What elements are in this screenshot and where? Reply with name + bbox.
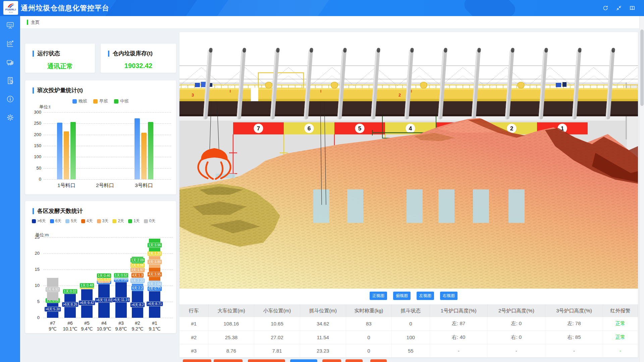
stock-value: 19032.42 bbox=[101, 62, 176, 70]
crane-drum bbox=[420, 82, 427, 88]
table-cell: 右: 85 bbox=[545, 330, 603, 344]
header-decoration bbox=[98, 0, 204, 16]
discharge-gate bbox=[508, 189, 525, 223]
y-tick-label: 150 bbox=[28, 143, 41, 148]
crane-drum bbox=[518, 82, 524, 88]
legend-label: 晚班 bbox=[78, 98, 87, 104]
crane-data-table: 行车大车位置(m)小车位置(m)抓斗位置(m)实时称重(kg)抓斗状态1号炉口高… bbox=[179, 304, 638, 357]
bottom-toolbar-button-6[interactable] bbox=[345, 359, 363, 362]
breadcrumb[interactable]: 主页 bbox=[31, 19, 40, 25]
view-button-正视图[interactable]: 正视图 bbox=[370, 292, 387, 300]
view-button-俯视图[interactable]: 俯视图 bbox=[393, 292, 411, 300]
segment-value-label: 1天:0.46 bbox=[97, 273, 111, 278]
bottom-toolbar-button-3[interactable] bbox=[248, 359, 285, 362]
legend-swatch bbox=[128, 219, 132, 223]
y-tick-label: 50 bbox=[28, 166, 41, 171]
info-icon bbox=[6, 95, 14, 103]
page-scrollbar[interactable] bbox=[639, 16, 644, 362]
bottom-toolbar-button-2[interactable] bbox=[214, 359, 243, 362]
settings-icon bbox=[6, 113, 14, 122]
bottom-toolbar-button-5[interactable] bbox=[322, 359, 341, 362]
legend-item: 2天 bbox=[112, 218, 124, 224]
table-cell: #1 bbox=[179, 317, 208, 330]
legend-swatch bbox=[81, 219, 85, 223]
discharge-gate bbox=[473, 189, 489, 223]
discharge-gate bbox=[313, 189, 329, 223]
legend-swatch bbox=[50, 219, 54, 223]
legend-swatch bbox=[114, 99, 118, 104]
segment-value-label: >6天:11.02 bbox=[95, 298, 113, 303]
legend-item: 1天 bbox=[128, 218, 140, 224]
fullscreen-icon[interactable] bbox=[616, 5, 622, 11]
table-cell: 83 bbox=[346, 317, 392, 330]
warehouse-3d-scene[interactable]: 7654321 bbox=[179, 32, 638, 289]
view-button-左视图[interactable]: 左视图 bbox=[417, 292, 434, 300]
table-row[interactable]: #225.3827.0211.540100右: 40右: 0右: 85正常 bbox=[179, 330, 638, 344]
table-cell: 10.65 bbox=[254, 317, 300, 330]
legend-swatch bbox=[72, 99, 77, 104]
table-cell: 25.38 bbox=[208, 330, 254, 344]
logo-swoosh-icon bbox=[6, 3, 15, 8]
run-status-card: 运行状态 通讯正常 bbox=[25, 44, 95, 73]
legend-label: >6天 bbox=[37, 218, 46, 224]
chart1-title: 班次投炉量统计(t) bbox=[37, 86, 83, 94]
crane-drum bbox=[331, 82, 338, 88]
table-row[interactable]: #1108.1610.6534.62830左: 87左: 0左: 78正常 bbox=[179, 317, 638, 330]
sidebar-item-settings[interactable] bbox=[0, 108, 20, 127]
table-cell: 0 bbox=[346, 330, 392, 344]
zone-number: 5 bbox=[358, 125, 361, 132]
card-accent bbox=[33, 51, 34, 57]
crane-monitor-icon bbox=[6, 58, 14, 66]
x-category-line: 9.1℃ bbox=[141, 326, 168, 332]
segment-value-label: 0天:6.92 bbox=[45, 287, 60, 292]
x-category-line: #1 bbox=[141, 320, 168, 326]
docs-icon[interactable] bbox=[629, 5, 635, 11]
x-category-label: #19.1℃ bbox=[141, 320, 168, 332]
table-cell: 右: 0 bbox=[487, 330, 545, 344]
card-accent bbox=[33, 87, 34, 94]
table-header: 1号炉口高度(%) bbox=[430, 304, 487, 317]
legend-item: 4天 bbox=[81, 218, 93, 224]
sidebar-item-report[interactable] bbox=[0, 71, 20, 90]
view-buttons: 正视图俯视图左视图右视图 bbox=[370, 292, 458, 300]
run-status-title: 运行状态 bbox=[37, 50, 60, 57]
legend-label: 0天 bbox=[149, 218, 156, 224]
table-cell: 0 bbox=[346, 344, 392, 357]
legend-label: 2天 bbox=[118, 218, 124, 224]
table-row[interactable]: #38.767.8123.23055---- bbox=[179, 344, 638, 357]
legend-swatch bbox=[144, 219, 148, 223]
header-decoration bbox=[461, 0, 518, 16]
legend-item: 早班 bbox=[93, 98, 108, 104]
header-decoration bbox=[210, 0, 334, 16]
zone-number: 2 bbox=[510, 125, 513, 132]
scrollbar-thumb[interactable] bbox=[640, 29, 644, 106]
bottom-toolbar-button-1[interactable] bbox=[183, 359, 211, 362]
bottom-toolbar-button-7[interactable] bbox=[370, 359, 387, 362]
table-cell: 34.62 bbox=[300, 317, 346, 330]
legend-item: 晚班 bbox=[72, 98, 87, 104]
legend-swatch bbox=[112, 219, 116, 223]
card-accent bbox=[108, 51, 109, 57]
table-cell: 23.23 bbox=[300, 344, 346, 357]
segment-value-label: >6天:5.38 bbox=[44, 307, 61, 312]
segment-value-label: 2天:1.23 bbox=[147, 251, 162, 256]
table-header: 2号炉口高度(%) bbox=[487, 304, 545, 317]
table-cell: 8.76 bbox=[208, 344, 254, 357]
sidebar-item-statistics[interactable] bbox=[0, 35, 20, 53]
view-button-右视图[interactable]: 右视图 bbox=[440, 292, 458, 300]
legend-item: >6天 bbox=[32, 218, 46, 224]
crane-drum bbox=[265, 82, 272, 88]
legend-label: 6天 bbox=[55, 218, 62, 224]
table-cell: - bbox=[603, 344, 638, 357]
table-header: 红外报警 bbox=[603, 304, 638, 317]
sidebar-item-dashboard[interactable] bbox=[0, 16, 20, 35]
legend-item: 中班 bbox=[114, 98, 129, 104]
table-cell: - bbox=[545, 344, 603, 357]
refresh-icon[interactable] bbox=[602, 5, 608, 11]
sidebar-item-crane-monitor[interactable] bbox=[0, 53, 20, 71]
sidebar-item-info[interactable] bbox=[0, 90, 20, 108]
bottom-toolbar-button-4[interactable] bbox=[290, 359, 317, 362]
dashboard-icon bbox=[6, 21, 14, 29]
company-logo: FUERLI 富尔利 bbox=[3, 1, 18, 15]
y-tick-label: 10 bbox=[27, 283, 40, 288]
